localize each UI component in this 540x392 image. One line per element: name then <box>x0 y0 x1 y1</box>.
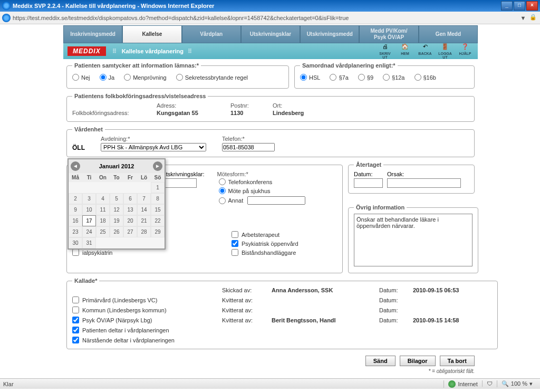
cal-day-15[interactable]: 15 <box>151 204 165 215</box>
tab-kallelse[interactable]: Kallelse <box>122 25 181 43</box>
addr-ort: Lindesberg <box>273 110 325 116</box>
motes-tele-radio[interactable] <box>219 178 226 185</box>
cal-day-26[interactable]: 26 <box>110 226 123 237</box>
addr-header-postnr: Postnr: <box>230 102 267 109</box>
atertaget-orsak-input[interactable] <box>387 178 461 188</box>
cal-day-30[interactable]: 30 <box>69 237 82 248</box>
chk-socialpsyk[interactable] <box>72 249 79 256</box>
cal-day-27[interactable]: 27 <box>123 226 137 237</box>
cal-day-13[interactable]: 13 <box>123 204 137 215</box>
cal-day-22[interactable]: 22 <box>151 215 165 226</box>
cal-day-17[interactable]: 17 <box>82 215 96 226</box>
cal-day-25[interactable]: 25 <box>96 226 110 237</box>
cal-day-19[interactable]: 19 <box>110 215 123 226</box>
cal-prev-button[interactable]: ◄ <box>71 161 80 171</box>
cal-day-header: On <box>96 173 110 182</box>
datum4-label: Datum: <box>379 317 411 323</box>
chk-narstaende-deltar[interactable] <box>72 337 79 343</box>
samordnad-legend: Samordnad vårdplanering enligt:* <box>300 62 398 69</box>
chk-bistand[interactable] <box>232 249 238 256</box>
addr-street: Kungsgatan 55 <box>157 110 225 116</box>
url-field[interactable]: https://test.meddix.se/testmeddix/dispko… <box>13 15 517 21</box>
sand-button[interactable]: Sänd <box>365 356 396 366</box>
logout-button[interactable]: 🚪LOGGA UT <box>437 43 454 59</box>
help-icon: ❓ <box>460 43 470 52</box>
motes-annat-radio[interactable] <box>219 197 226 204</box>
cal-next-button[interactable]: ► <box>153 161 162 171</box>
cal-day-2[interactable]: 2 <box>69 193 82 204</box>
cal-day-7[interactable]: 7 <box>137 193 151 204</box>
cal-day-4[interactable]: 4 <box>96 193 110 204</box>
cal-day-24[interactable]: 24 <box>82 226 96 237</box>
kvitt3-value: Berit Bengtsson, HandI <box>272 317 377 323</box>
cal-day-16[interactable]: 16 <box>69 215 82 226</box>
motes-sjukhus-radio[interactable] <box>219 187 226 194</box>
vardenhet-legend: Vårdenhet <box>72 126 105 132</box>
consent-sek-radio[interactable] <box>176 74 183 81</box>
tab-utskrivningsklar[interactable]: Utskrivningsklar <box>241 25 300 43</box>
ie-addr-icon <box>2 14 11 22</box>
cal-day-11[interactable]: 11 <box>96 204 110 215</box>
cal-day-12[interactable]: 12 <box>110 204 123 215</box>
consent-ja-radio[interactable] <box>100 74 107 81</box>
chk-psykoppen[interactable] <box>232 240 238 247</box>
sam-16b-radio[interactable] <box>414 74 421 81</box>
logo: MEDDIX <box>68 46 106 56</box>
print-button[interactable]: 🖨SKRIV UT <box>377 43 393 59</box>
cal-day-14[interactable]: 14 <box>137 204 151 215</box>
sam-9-radio[interactable] <box>358 74 365 81</box>
cal-day-29[interactable]: 29 <box>151 226 165 237</box>
tab-vardplan[interactable]: Vårdplan <box>182 25 241 43</box>
chk-psykov[interactable] <box>72 317 79 323</box>
sam-12a-radio[interactable] <box>383 74 390 81</box>
tab-genmedd[interactable]: Gen Medd <box>419 25 478 43</box>
home-icon: 🏠 <box>400 43 410 52</box>
avdelning-select[interactable]: PPH Sk - Allmänpsyk Avd LBG <box>101 143 206 151</box>
ovrig-textarea[interactable]: Önskar att behandlande läkare i öppenvår… <box>354 214 472 266</box>
tab-utskrivningsmedd[interactable]: Utskrivningsmedd <box>300 25 359 43</box>
zoom-dropdown-icon[interactable]: ▾ <box>529 380 533 387</box>
cal-day-18[interactable]: 18 <box>96 215 110 226</box>
cal-day-8[interactable]: 8 <box>151 193 165 204</box>
skickad-label: Skickad av: <box>222 287 269 293</box>
cal-day-3[interactable]: 3 <box>82 193 96 204</box>
datum4-value: 2010-09-15 14:58 <box>413 317 492 323</box>
chk-primarvard[interactable] <box>72 297 79 303</box>
help-button[interactable]: ❓HJÄLP <box>457 43 474 59</box>
back-button[interactable]: ↶BACKA <box>417 43 433 59</box>
telefon-input[interactable] <box>222 143 275 151</box>
chk-patient-deltar[interactable] <box>72 327 79 333</box>
motesform-label: Mötesform:* <box>217 171 305 177</box>
cal-day-5[interactable]: 5 <box>110 193 123 204</box>
cal-day-10[interactable]: 10 <box>82 204 96 215</box>
sam-hsl-radio[interactable] <box>300 74 307 81</box>
chk-arbetsterapeut[interactable] <box>232 231 238 238</box>
tab-meddpv[interactable]: Medd PV/Kom/ Psyk ÖV/AP <box>359 25 418 43</box>
cal-day-23[interactable]: 23 <box>69 226 82 237</box>
url-dropdown-icon[interactable]: ▼ <box>519 15 527 21</box>
cal-day-1[interactable]: 1 <box>151 182 165 193</box>
tabort-button[interactable]: Ta bort <box>440 356 475 366</box>
bilagor-button[interactable]: Bilagor <box>400 356 436 366</box>
zoom-icon: 🔍 <box>502 380 509 387</box>
cal-day-header: Må <box>69 173 82 182</box>
close-button[interactable]: × <box>526 1 538 11</box>
header-bar: MEDDIX ⠿ Kallelse vårdplanering ⠿ 🖨SKRIV… <box>63 43 478 59</box>
atertaget-datum-input[interactable] <box>354 178 383 188</box>
motes-annat-input[interactable] <box>247 196 305 205</box>
chk-kommun[interactable] <box>72 307 79 313</box>
datum3-label: Datum: <box>379 307 411 313</box>
cal-day-28[interactable]: 28 <box>137 226 151 237</box>
cal-day-31[interactable]: 31 <box>82 237 96 248</box>
cal-day-20[interactable]: 20 <box>123 215 137 226</box>
tab-inskrivningsmedd[interactable]: Inskrivningsmedd <box>63 25 122 43</box>
consent-men-radio[interactable] <box>124 74 131 81</box>
cal-day-6[interactable]: 6 <box>123 193 137 204</box>
home-button[interactable]: 🏠HEM <box>397 43 413 59</box>
cal-day-21[interactable]: 21 <box>137 215 151 226</box>
maximize-button[interactable]: □ <box>514 1 525 11</box>
sam-7a-radio[interactable] <box>330 74 336 81</box>
minimize-button[interactable]: _ <box>501 1 513 11</box>
consent-nej-radio[interactable] <box>72 74 79 81</box>
cal-day-9[interactable]: 9 <box>69 204 82 215</box>
